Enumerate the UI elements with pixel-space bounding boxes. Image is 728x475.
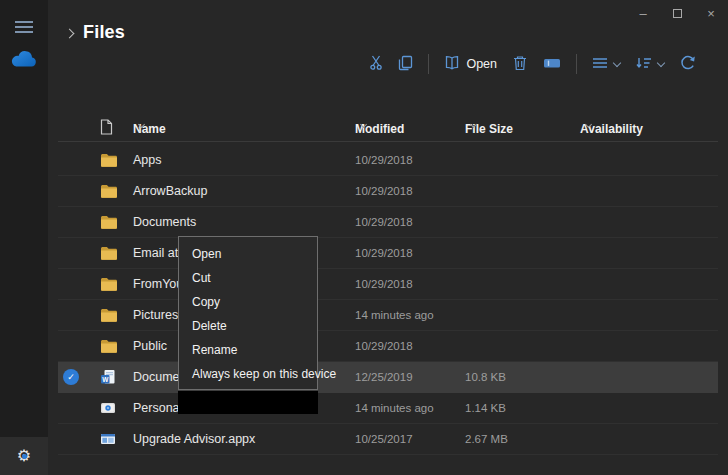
settings-button[interactable]: ⚙ [0,437,48,475]
folder-icon [100,184,118,198]
rename-icon [543,56,561,73]
folder-icon [100,215,118,229]
onedrive-home-button[interactable] [0,44,48,78]
file-size: 10.8 KB [465,371,506,383]
close-button[interactable]: × [694,0,728,26]
table-row[interactable]: ArrowBackup10/29/2018 [58,176,718,207]
redacted-menu-item [178,391,318,414]
copy-button[interactable] [390,50,421,78]
app-package-icon [100,431,116,447]
table-row[interactable]: Apps10/29/2018 [58,145,718,176]
view-options-icon [592,57,608,72]
svg-text:W: W [102,376,109,383]
sort-button[interactable] [628,50,672,78]
toolbar-divider [428,54,429,74]
table-row[interactable]: FromYou10/29/2018 [58,269,718,300]
file-modified: 12/25/2019 [355,371,413,383]
file-size: 1.14 KB [465,402,506,414]
file-name: Public [133,339,167,353]
maximize-button[interactable] [660,0,694,26]
onedrive-window: ⚙ – × Files Open [0,0,728,475]
folder-icon [100,246,118,260]
context-menu-item[interactable]: Delete [179,314,317,338]
open-icon [444,55,460,74]
selected-check-icon: ✓ [63,369,79,385]
file-modified: 10/29/2018 [355,185,413,197]
file-modified: 14 minutes ago [355,309,434,321]
view-options-button[interactable] [584,50,628,78]
file-name: ArrowBackup [133,184,207,198]
context-menu-item[interactable]: Open [179,242,317,266]
chevron-down-icon [613,58,621,66]
hamburger-icon [15,21,33,33]
file-list: Apps10/29/2018ArrowBackup10/29/2018Docum… [58,145,718,455]
sort-icon [636,56,652,73]
minimize-button[interactable]: – [626,0,660,26]
folder-icon [100,308,118,322]
sidebar: ⚙ [0,0,48,475]
minimize-icon: – [639,6,646,21]
word-document-icon: W [100,369,116,385]
folder-icon [100,339,118,353]
file-modified: 10/29/2018 [355,216,413,228]
window-controls: – × [626,0,728,26]
table-row[interactable]: Personal Vault.lnk14 minutes ago1.14 KB [58,393,718,424]
context-menu-item[interactable]: Copy [179,290,317,314]
table-row[interactable]: ✓WDocumen12/25/201910.8 KB [58,362,718,393]
delete-button[interactable] [505,50,535,78]
chevron-right-icon[interactable] [65,29,75,39]
toolbar-divider [576,54,577,74]
table-row[interactable]: Documents10/29/2018 [58,207,718,238]
refresh-button[interactable] [672,50,704,78]
vault-icon [100,400,116,416]
context-menu-item[interactable]: Rename [179,338,317,362]
maximize-icon [673,9,682,18]
file-modified: 10/29/2018 [355,340,413,352]
context-menu: OpenCutCopyDeleteRenameAlways keep on th… [178,236,318,390]
file-name: Pictures [133,308,178,322]
table-row[interactable]: Public10/29/2018 [58,331,718,362]
open-button[interactable]: Open [436,50,505,78]
breadcrumb: Files [66,22,125,43]
context-menu-item[interactable]: Cut [179,266,317,290]
file-name: Apps [133,153,162,167]
chevron-down-icon [657,58,665,66]
folder-icon [100,277,118,291]
table-row[interactable]: Email atta10/29/2018 [58,238,718,269]
copy-icon [398,55,413,74]
context-menu-item[interactable]: Always keep on this device [179,362,317,386]
file-modified: 10/25/2017 [355,433,413,445]
file-modified: 10/29/2018 [355,154,413,166]
file-type-column-icon [100,119,113,139]
file-modified: 10/29/2018 [355,278,413,290]
page-title: Files [83,22,125,43]
table-row[interactable]: Upgrade Advisor.appx10/25/20172.67 MB [58,424,718,455]
file-name: Upgrade Advisor.appx [133,432,255,446]
open-button-label: Open [466,57,497,71]
file-name: FromYou [133,277,183,291]
folder-icon [100,153,118,167]
table-row[interactable]: Pictures14 minutes ago [58,300,718,331]
cut-icon [370,55,382,73]
cut-button[interactable] [362,50,390,78]
gear-icon: ⚙ [15,447,33,465]
file-name: Documents [133,215,196,229]
file-modified: 14 minutes ago [355,402,434,414]
onedrive-cloud-icon [11,51,37,71]
refresh-icon [680,55,696,74]
file-size: 2.67 MB [465,433,508,445]
menu-button[interactable] [0,10,48,44]
file-modified: 10/29/2018 [355,247,413,259]
trash-icon [513,55,527,74]
column-headers: Name↑ Modified File Size Availability [58,116,718,142]
toolbar: Open [362,50,704,78]
close-icon: × [707,6,715,21]
rename-button[interactable] [535,50,569,78]
